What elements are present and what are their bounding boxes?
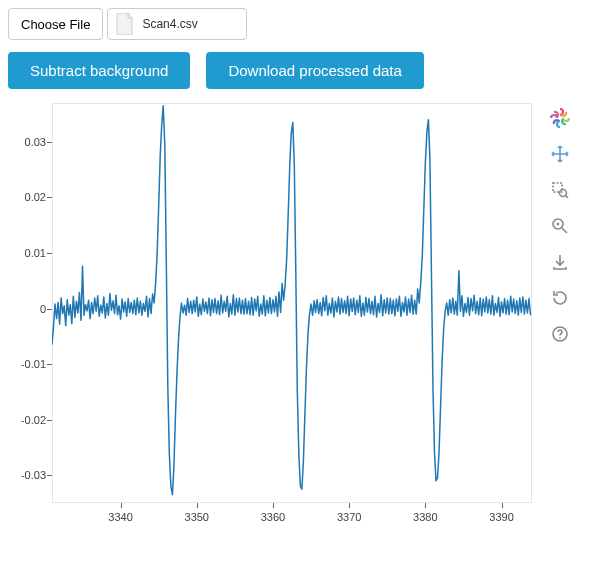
box-zoom-icon[interactable] xyxy=(549,179,571,201)
download-data-button[interactable]: Download processed data xyxy=(206,52,423,89)
save-icon[interactable] xyxy=(549,251,571,273)
wheel-zoom-icon[interactable] xyxy=(549,215,571,237)
plot-toolbar xyxy=(538,103,576,349)
svg-point-4 xyxy=(557,223,560,226)
y-tick-label: -0.02 xyxy=(21,414,46,426)
y-tick-label: 0.03 xyxy=(25,136,46,148)
file-icon xyxy=(116,13,134,35)
y-tick-label: 0.02 xyxy=(25,191,46,203)
y-tick-label: 0 xyxy=(40,303,46,315)
y-tick-label: -0.03 xyxy=(21,469,46,481)
svg-point-6 xyxy=(559,337,561,339)
selected-file-display: Scan4.csv xyxy=(107,8,247,40)
x-tick-label: 3380 xyxy=(413,511,437,523)
y-axis: -0.03-0.02-0.0100.010.020.03 xyxy=(8,103,52,503)
x-tick-label: 3370 xyxy=(337,511,361,523)
y-tick-label: -0.01 xyxy=(21,358,46,370)
y-tick-label: 0.01 xyxy=(25,247,46,259)
pan-icon[interactable] xyxy=(549,143,571,165)
x-tick-label: 3360 xyxy=(261,511,285,523)
x-tick-label: 3350 xyxy=(185,511,209,523)
selected-file-name: Scan4.csv xyxy=(142,17,197,31)
choose-file-button[interactable]: Choose File xyxy=(8,8,103,40)
subtract-background-button[interactable]: Subtract background xyxy=(8,52,190,89)
svg-point-2 xyxy=(560,190,567,197)
help-icon[interactable] xyxy=(549,323,571,345)
bokeh-logo-icon[interactable] xyxy=(549,107,571,129)
chart-line-series xyxy=(52,103,532,503)
x-axis: 334033503360337033803390 xyxy=(52,503,532,533)
reset-icon[interactable] xyxy=(549,287,571,309)
chart-plot[interactable]: -0.03-0.02-0.0100.010.020.03 33403350336… xyxy=(8,103,538,543)
x-tick-label: 3340 xyxy=(108,511,132,523)
x-tick-label: 3390 xyxy=(489,511,513,523)
